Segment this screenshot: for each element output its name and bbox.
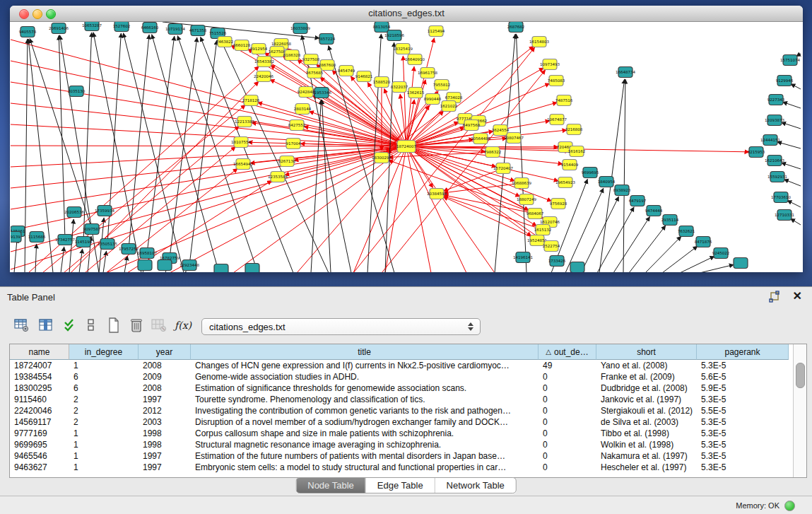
graph-node[interactable]: 15720407 [493,163,513,174]
table-cell[interactable]: 1 [69,360,139,371]
graph-node[interactable]: 16543382 [254,57,274,67]
table-cell[interactable]: 2 [69,405,139,416]
graph-edge[interactable] [30,39,92,229]
graph-node[interactable]: 1621022 [440,101,458,112]
graph-node[interactable]: 7485083 [548,76,565,86]
graph-node[interactable]: 1145194 [75,237,93,247]
table-cell[interactable]: 2008 [139,360,191,371]
graph-edge[interactable] [14,238,17,272]
graph-node[interactable]: 8454749 [338,66,355,76]
table-cell[interactable]: 9463627 [10,462,69,473]
graph-node[interactable]: 12213383 [235,117,254,127]
graph-node[interactable]: 1588520 [373,77,391,88]
graph-node[interactable]: 17342757 [55,235,75,245]
table-row[interactable]: 1456911722003Disruption of a novel membe… [10,416,794,428]
graph-node[interactable]: 16033809 [290,23,310,34]
graph-edge[interactable] [61,247,64,272]
graph-node[interactable]: 16654943 [233,159,253,170]
table-cell[interactable]: 0 [539,394,596,405]
column-header-year[interactable]: year [139,344,191,360]
tab-network-table[interactable]: Network Table [435,478,516,493]
graph-node[interactable]: 12444151 [760,135,780,146]
graph-node[interactable] [158,260,172,271]
graph-edge[interactable] [25,39,28,272]
table-cell[interactable]: 1 [69,462,139,473]
graph-node[interactable]: 9756928 [550,199,567,209]
table-cell[interactable]: 5.3E-5 [697,439,789,450]
graph-edge[interactable] [629,226,666,272]
graph-node[interactable]: 6466160 [141,23,159,33]
graph-edge[interactable] [189,40,217,265]
table-row[interactable]: 911546021997Tourette syndrome. Phenomeno… [10,394,794,405]
table-row[interactable]: 1938455462009Genome-wide association stu… [10,371,794,382]
table-cell[interactable]: 0 [539,371,596,382]
delete-table-icon[interactable] [148,314,170,337]
table-row[interactable]: 946362711997Embryonic stem cells: a mode… [10,462,794,473]
graph-node[interactable]: 917004 [286,139,301,149]
table-cell[interactable]: 0 [539,428,596,439]
graph-edge[interactable] [69,219,73,272]
table-scrollbar[interactable] [793,344,806,477]
graph-node[interactable]: 20691406 [49,23,69,34]
table-cell[interactable]: 5.3E-5 [697,394,789,405]
table-cell[interactable]: Wolkin et al. (1998) [596,439,697,450]
graph-edge[interactable] [623,79,625,272]
graph-node[interactable]: 7463822 [216,37,234,47]
table-cell[interactable]: 14569117 [10,416,69,428]
graph-node[interactable]: 9129946 [776,76,794,86]
graph-edge[interactable] [35,244,37,272]
graph-node[interactable]: 21953346 [312,88,331,98]
graph-node[interactable]: 39139 [11,232,21,243]
graph-node[interactable]: 8990448 [424,94,442,105]
graph-node[interactable]: 4671358 [189,25,207,36]
tab-node-table[interactable]: Node Table [296,478,365,493]
graph-node[interactable]: 8186328 [283,50,301,61]
graph-edge[interactable] [177,35,258,272]
memory-status-indicator[interactable] [784,501,795,511]
graph-node[interactable]: 14196141 [513,252,533,263]
graph-node[interactable]: 7632621 [678,226,695,237]
graph-edge[interactable] [79,249,83,272]
select-visible-icon[interactable] [59,314,81,337]
table-cell[interactable]: 9465546 [10,450,69,462]
table-cell[interactable]: Estimation of the future numbers of pati… [191,450,539,462]
graph-node[interactable]: 9242848 [298,87,315,98]
table-selector-dropdown[interactable]: citations_edges.txt [201,318,481,335]
graph-node[interactable]: 10653287 [82,22,102,31]
table-cell[interactable]: 1998 [139,428,191,439]
table-row[interactable]: 946554611997Estimation of the future num… [10,450,794,462]
graph-node[interactable] [138,260,152,271]
table-cell[interactable]: 0 [539,416,596,428]
table-cell[interactable]: 2 [69,394,139,405]
graph-node[interactable]: 9227343 [767,95,785,105]
graph-edge[interactable] [11,146,406,230]
graph-node[interactable]: 8938923 [613,185,631,196]
table-cell[interactable]: 9115460 [10,394,69,405]
table-cell[interactable]: 2 [69,416,139,428]
graph-edge[interactable] [787,200,801,207]
table-cell[interactable]: 5.3E-5 [697,416,789,428]
graph-edge[interactable] [297,146,406,272]
table-row[interactable]: 2242004622012Investigating the contribut… [10,405,794,416]
table-cell[interactable]: 0 [539,405,596,416]
graph-edge[interactable] [516,34,526,272]
graph-edge[interactable] [201,37,293,272]
graph-edge[interactable] [782,163,801,169]
graph-edge[interactable] [581,197,619,272]
scrollbar-thumb[interactable] [796,363,805,388]
table-cell[interactable]: 2008 [139,382,191,394]
graph-node[interactable]: 3675685 [306,68,324,78]
graph-node[interactable]: 8267130 [278,156,296,167]
table-cell[interactable]: 1998 [139,439,191,450]
graph-node[interactable]: 15751074 [780,55,800,66]
network-canvas[interactable]: 9405578206914061065328715276026466160107… [11,22,802,272]
graph-node[interactable]: 20564486 [471,134,490,144]
graph-node[interactable]: 13505135 [98,239,117,250]
graph-node[interactable]: 9684067 [526,209,544,219]
graph-edge[interactable] [123,33,184,272]
column-header-out_de[interactable]: △out_de… [539,344,596,360]
graph-edge[interactable] [680,256,714,272]
graph-node[interactable]: 2687682 [507,22,525,33]
close-panel-icon[interactable]: ✕ [793,289,802,303]
graph-node[interactable]: 8912954 [250,44,268,54]
